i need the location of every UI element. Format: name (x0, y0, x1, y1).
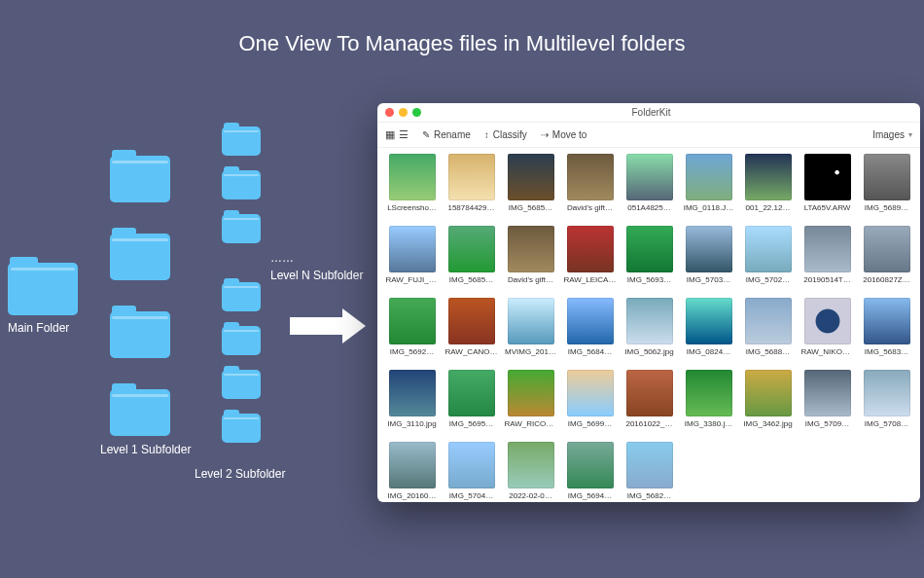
thumbnail-image[interactable] (745, 154, 792, 200)
thumbnail-item[interactable]: IMG_5683… (860, 298, 913, 364)
thumbnail-item[interactable]: 20161022_… (622, 370, 676, 436)
thumbnail-item[interactable]: 001_22.12… (741, 154, 795, 220)
thumbnail-image[interactable] (448, 442, 495, 488)
thumbnail-image[interactable] (508, 154, 554, 200)
thumbnail-image[interactable] (626, 154, 673, 200)
thumbnail-image[interactable] (567, 370, 614, 416)
thumbnail-image[interactable] (448, 370, 495, 416)
thumbnail-image[interactable] (864, 298, 910, 344)
thumbnail-image[interactable] (626, 442, 673, 488)
thumbnail-item[interactable]: IMG_5709… (800, 370, 854, 436)
thumbnail-image[interactable] (745, 298, 792, 344)
list-view-icon[interactable]: ☰ (399, 128, 409, 141)
thumbnail-item[interactable]: IMG_0118.J… (682, 154, 735, 220)
view-mode-segmented[interactable]: ▦ ☰ (385, 128, 409, 141)
thumbnail-item[interactable]: IMG_3110.jpg (385, 370, 439, 436)
thumbnail-image[interactable] (508, 442, 554, 488)
thumbnail-image[interactable] (389, 298, 436, 344)
grid-view-icon[interactable]: ▦ (385, 128, 395, 141)
thumbnail-item[interactable]: IMG_5695… (444, 370, 498, 436)
thumbnail-item[interactable]: IMG_20160… (385, 442, 439, 502)
thumbnail-image[interactable] (567, 442, 614, 488)
thumbnail-image[interactable] (804, 370, 851, 416)
thumbnail-item[interactable]: IMG_5062.jpg (622, 298, 676, 364)
thumbnail-image[interactable] (389, 370, 436, 416)
thumbnail-item[interactable]: IMG_5682… (622, 442, 676, 502)
thumbnail-grid[interactable]: LScreensho…158784429…IMG_5685…David's gi… (377, 148, 920, 502)
thumbnail-item[interactable]: IMG_3380.j… (682, 370, 735, 436)
thumbnail-item[interactable]: IMG_5699… (563, 370, 617, 436)
window-controls[interactable] (377, 108, 421, 117)
thumbnail-item[interactable]: IMG_5694… (563, 442, 617, 502)
filter-label: Images (872, 129, 905, 140)
zoom-window-icon[interactable] (412, 108, 421, 117)
thumbnail-item[interactable]: IMG_5685… (444, 226, 498, 292)
thumbnail-image[interactable] (567, 298, 614, 344)
thumbnail-image[interactable] (864, 154, 910, 200)
thumbnail-item[interactable]: 2022-02-0… (504, 442, 557, 502)
thumbnail-image[interactable] (745, 370, 792, 416)
thumbnail-item[interactable]: 158784429… (444, 154, 498, 220)
thumbnail-image[interactable] (626, 298, 673, 344)
thumbnail-caption: LScreensho… (386, 203, 439, 212)
thumbnail-item[interactable]: 20190514T… (800, 226, 854, 292)
move-to-button[interactable]: ⇢ Move to (541, 129, 587, 140)
thumbnail-image[interactable] (686, 226, 732, 272)
thumbnail-image[interactable] (567, 226, 614, 272)
window-title: FolderKit (421, 107, 881, 118)
thumbnail-caption: David's gift… (564, 203, 617, 212)
thumbnail-item[interactable]: IMG_5685… (504, 154, 557, 220)
thumbnail-image[interactable] (567, 154, 614, 200)
thumbnail-image[interactable] (626, 370, 673, 416)
thumbnail-item[interactable]: LScreensho… (385, 154, 439, 220)
thumbnail-item[interactable]: David's gift… (563, 154, 617, 220)
thumbnail-image[interactable] (448, 298, 495, 344)
thumbnail-image[interactable] (804, 298, 851, 344)
thumbnail-item[interactable]: 20160827Z… (860, 226, 913, 292)
thumbnail-item[interactable]: David's gift… (504, 226, 557, 292)
thumbnail-item[interactable]: IMG_5704… (444, 442, 498, 502)
thumbnail-image[interactable] (686, 370, 732, 416)
thumbnail-item[interactable]: IMG_5702… (741, 226, 795, 292)
thumbnail-image[interactable] (864, 226, 910, 272)
thumbnail-image[interactable] (508, 298, 554, 344)
thumbnail-item[interactable]: RAW_RICOH… (504, 370, 557, 436)
thumbnail-image[interactable] (448, 226, 495, 272)
thumbnail-item[interactable]: IMG_5703… (682, 226, 735, 292)
thumbnail-image[interactable] (804, 226, 851, 272)
thumbnail-item[interactable]: RAW_FUJI_X… (385, 226, 439, 292)
thumbnail-item[interactable]: IMG_5684… (563, 298, 617, 364)
rename-button[interactable]: ✎ Rename (422, 129, 471, 140)
thumbnail-item[interactable]: IMG_5692… (385, 298, 439, 364)
thumbnail-image[interactable] (745, 226, 792, 272)
thumbnail-image[interactable] (389, 226, 436, 272)
thumbnail-item[interactable]: RAW_NIKON… (800, 298, 854, 364)
thumbnail-item[interactable]: 051A4825… (622, 154, 676, 220)
thumbnail-image[interactable] (448, 154, 495, 200)
thumbnail-item[interactable]: IMG_0824… (682, 298, 735, 364)
thumbnail-item[interactable]: LTA65V.ARW (800, 154, 854, 220)
thumbnail-item[interactable]: RAW_LEICA_… (563, 226, 617, 292)
thumbnail-image[interactable] (389, 442, 436, 488)
thumbnail-image[interactable] (626, 226, 673, 272)
thumbnail-image[interactable] (686, 154, 732, 200)
thumbnail-image[interactable] (686, 298, 732, 344)
thumbnail-image[interactable] (508, 226, 554, 272)
thumbnail-item[interactable]: IMG_5688… (741, 298, 795, 364)
thumbnail-caption: IMG_5684… (564, 347, 617, 356)
thumbnail-item[interactable]: IMG_3462.jpg (741, 370, 795, 436)
filter-dropdown[interactable]: Images (872, 129, 912, 140)
thumbnail-item[interactable]: IMG_5693… (622, 226, 676, 292)
thumbnail-item[interactable]: MVIMG_201… (504, 298, 557, 364)
thumbnail-image[interactable] (389, 154, 436, 200)
thumbnail-item[interactable]: IMG_5689… (860, 154, 913, 220)
thumbnail-image[interactable] (508, 370, 554, 416)
thumbnail-item[interactable]: IMG_5708… (860, 370, 913, 436)
thumbnail-image[interactable] (864, 370, 910, 416)
classify-button[interactable]: ↕ Classify (484, 129, 527, 140)
thumbnail-image[interactable] (804, 154, 851, 200)
close-window-icon[interactable] (385, 108, 394, 117)
minimize-window-icon[interactable] (399, 108, 408, 117)
thumbnail-caption: RAW_LEICA_… (564, 275, 617, 284)
thumbnail-item[interactable]: RAW_CANO… (444, 298, 498, 364)
